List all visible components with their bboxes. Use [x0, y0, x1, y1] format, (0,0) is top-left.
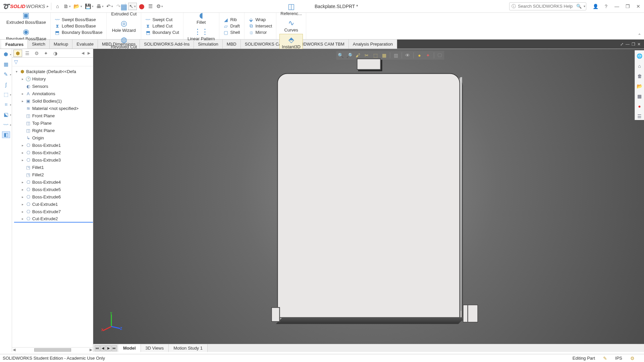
cmd-tab-markup[interactable]: Markup: [50, 40, 72, 49]
taskpane-explorer-icon[interactable]: 📂: [636, 82, 643, 90]
close-button[interactable]: ✕: [635, 4, 642, 9]
tree-item-boss-extrude6[interactable]: ▸⎔Boss-Extrude6: [14, 193, 93, 200]
tree-tab-appearance[interactable]: ◑: [51, 50, 60, 57]
expand-icon[interactable]: ▸: [21, 92, 24, 96]
scene-icon[interactable]: ✦: [424, 52, 432, 59]
tree-item-right-plane[interactable]: ◫Right Plane: [14, 127, 93, 134]
expand-icon[interactable]: ▸: [21, 143, 24, 147]
tree-item-boss-extrude4[interactable]: ▸⎔Boss-Extrude4: [14, 178, 93, 186]
settings-button[interactable]: ⚙: [156, 3, 164, 10]
draft-button[interactable]: ▱Draft: [223, 23, 240, 29]
instant3d-button[interactable]: ⬘Instant3D: [279, 34, 303, 51]
expand-icon[interactable]: ▸: [21, 151, 24, 155]
taskpane-resources-icon[interactable]: 🌐: [636, 52, 643, 60]
taskpane-library-icon[interactable]: 🗑: [636, 72, 643, 80]
help-icon[interactable]: ?: [602, 4, 610, 9]
tree-item-cut-extrude1[interactable]: ▸⎔Cut-Extrude1: [14, 200, 93, 208]
tree-item-sensors[interactable]: ◐Sensors: [14, 82, 93, 90]
cmd-tab-features[interactable]: Features: [1, 40, 28, 49]
restore-button[interactable]: ❐: [624, 4, 631, 9]
tree-item-boss-extrude1[interactable]: ▸⎔Boss-Extrude1: [14, 141, 93, 149]
doc-ctrl-3[interactable]: ✕: [637, 42, 641, 47]
expand-icon[interactable]: ▸: [21, 158, 24, 162]
hole-wizard-button[interactable]: ◎Hole Wizard: [110, 18, 138, 34]
tree-nav-prev[interactable]: ◀: [80, 51, 86, 55]
expand-icon[interactable]: ▸: [21, 180, 24, 184]
tree-item-boss-extrude2[interactable]: ▸⎔Boss-Extrude2: [14, 149, 93, 156]
rail-sheet-icon[interactable]: ⬚: [2, 91, 10, 98]
mirror-button[interactable]: ⎅Mirror: [249, 30, 272, 35]
tree-item-fillet1[interactable]: ◳Fillet1: [14, 164, 93, 171]
hide-show-icon[interactable]: ▥: [392, 52, 399, 59]
btab-last[interactable]: ⏭: [112, 345, 117, 351]
open-doc-button[interactable]: 📂: [73, 3, 83, 10]
render-icon[interactable]: 🖵: [436, 52, 443, 59]
tree-item-solid-bodies-1-[interactable]: ▸▣Solid Bodies(1): [14, 97, 93, 105]
status-edit-icon[interactable]: ✎: [603, 356, 607, 361]
tree-item-material-not-specified-[interactable]: ≋Material <not specified>: [14, 105, 93, 112]
tree-hscroll[interactable]: ◀▶: [12, 347, 93, 352]
boundary-boss-button[interactable]: ⬒Boundary Boss/Base: [55, 30, 102, 35]
swept-cut-button[interactable]: 〰Swept Cut: [145, 17, 179, 22]
rail-assembly-icon[interactable]: ⬢: [2, 51, 10, 58]
tree-item-origin[interactable]: ↳Origin: [14, 134, 93, 141]
taskpane-viewpalette-icon[interactable]: ▦: [636, 93, 643, 100]
linear-pattern-button[interactable]: ⋮⋮Linear Pattern: [185, 26, 217, 43]
filter-icon[interactable]: ▽: [14, 59, 18, 65]
help-search[interactable]: ⓘ 🔍 ▾: [509, 2, 586, 10]
display-style-icon[interactable]: ▦: [380, 52, 388, 59]
cmd-tab-evaluate[interactable]: Evaluate: [72, 40, 98, 49]
tree-item-boss-extrude3[interactable]: ▸⎔Boss-Extrude3: [14, 156, 93, 164]
tree-item-boss-extrude5[interactable]: ▸⎔Boss-Extrude5: [14, 186, 93, 193]
search-icon[interactable]: 🔍: [576, 4, 582, 9]
viewport[interactable]: 🔍 🔎 🖌 ✂ ⬚ ▦ ▥ 👁 ● ✦ 🖵: [93, 49, 644, 352]
shell-button[interactable]: ▢Shell: [223, 30, 240, 35]
tree-item-fillet2[interactable]: ◳Fillet2: [14, 171, 93, 178]
swept-boss-button[interactable]: 〰Swept Boss/Base: [55, 17, 102, 22]
view-tab-model[interactable]: Model: [118, 344, 141, 352]
appearance-icon[interactable]: ●: [416, 52, 423, 59]
tree-nav-next[interactable]: ▶: [86, 51, 92, 55]
curves-button[interactable]: ∿Curves: [281, 17, 302, 34]
btab-next[interactable]: ▶: [106, 345, 111, 351]
rail-sketch-icon[interactable]: ✎: [2, 71, 10, 78]
rib-button[interactable]: ◢Rib: [223, 17, 240, 22]
taskpane-props-icon[interactable]: ☰: [636, 113, 643, 120]
tree-item-top-plane[interactable]: ◫Top Plane: [14, 119, 93, 127]
doc-ctrl-1[interactable]: —: [626, 42, 630, 47]
rail-weldment-icon[interactable]: ⌗: [2, 101, 10, 108]
btab-first[interactable]: ⏮: [95, 345, 100, 351]
tree-root[interactable]: ▾ ⬢ Backplate (Default<<Defa: [14, 68, 93, 75]
home-icon[interactable]: ⌂: [54, 3, 61, 10]
tree-tab-feature[interactable]: ⬢: [13, 50, 22, 57]
btab-prev[interactable]: ◀: [100, 345, 106, 351]
rail-surface-icon[interactable]: 〰: [2, 121, 10, 128]
revolved-cut-button[interactable]: ◍Revolved Cut: [109, 34, 139, 51]
lofted-cut-button[interactable]: ⧗Lofted Cut: [145, 23, 179, 29]
expand-icon[interactable]: ▸: [21, 210, 24, 214]
expand-icon[interactable]: ▸: [21, 99, 24, 103]
tree-tab-display[interactable]: ✦: [42, 50, 50, 57]
doc-ctrl-0[interactable]: ⤢: [620, 42, 624, 47]
tree-tab-property[interactable]: ☰: [23, 50, 32, 57]
fillet-button[interactable]: ◖Fillet: [191, 10, 212, 26]
taskpane-appearance-icon[interactable]: ●: [636, 103, 643, 110]
rail-cube-icon[interactable]: ▦: [2, 61, 10, 68]
view-tab-3d-views[interactable]: 3D Views: [141, 344, 169, 352]
user-icon[interactable]: 👤: [592, 4, 599, 9]
cmd-tab-analysis-preparation[interactable]: Analysis Preparation: [349, 40, 397, 49]
boundary-cut-button[interactable]: ⬒Boundary Cut: [145, 30, 179, 35]
expand-icon[interactable]: ▸: [21, 188, 24, 191]
extruded-boss-button[interactable]: ▣Extruded Boss/Base: [4, 10, 48, 26]
tree-tab-config[interactable]: ⚙: [32, 50, 41, 57]
view-orient-icon[interactable]: ⬚: [372, 52, 379, 59]
cmd-tab-mbd[interactable]: MBD: [223, 40, 241, 49]
expand-icon[interactable]: ▾: [15, 70, 18, 73]
eye-icon[interactable]: 👁: [404, 52, 411, 59]
lofted-boss-button[interactable]: ⧗Lofted Boss/Base: [55, 23, 102, 29]
print-button[interactable]: 🖶: [96, 3, 104, 10]
minimize-button[interactable]: —: [613, 4, 621, 9]
extruded-cut-button[interactable]: ▦Extruded Cut: [109, 1, 139, 18]
section-view-icon[interactable]: ✂: [363, 52, 370, 59]
status-units[interactable]: IPS: [615, 356, 622, 361]
